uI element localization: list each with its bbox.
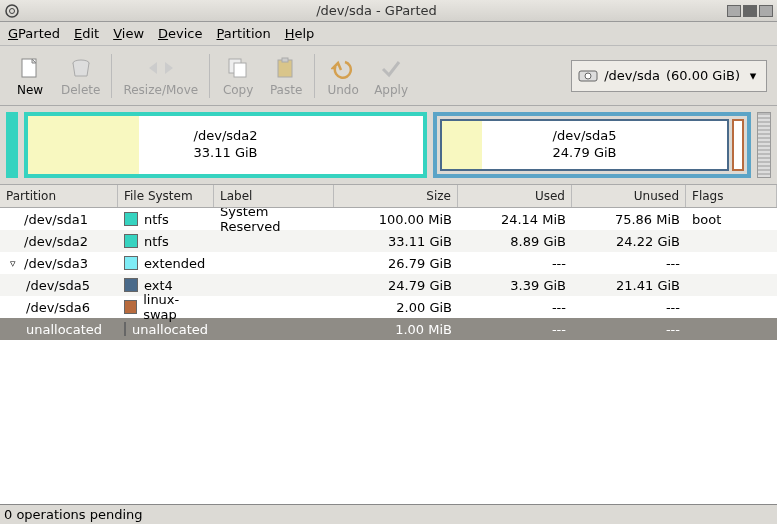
col-size[interactable]: Size <box>334 185 458 207</box>
table-row[interactable]: /dev/sda6linux-swap2.00 GiB------ <box>0 296 777 318</box>
cell-used: 8.89 GiB <box>458 234 572 249</box>
cell-unused: 24.22 GiB <box>572 234 686 249</box>
cell-unused: 75.86 MiB <box>572 212 686 227</box>
vis-extended[interactable]: /dev/sda5 24.79 GiB <box>433 112 751 178</box>
apply-button[interactable]: Apply <box>367 50 415 102</box>
menu-help[interactable]: Help <box>285 26 315 41</box>
copy-button[interactable]: Copy <box>214 50 262 102</box>
titlebar: /dev/sda - GParted <box>0 0 777 22</box>
cell-size: 24.79 GiB <box>334 278 458 293</box>
svg-point-9 <box>585 73 591 79</box>
cell-partition: /dev/sda5 <box>0 278 118 293</box>
cell-size: 26.79 GiB <box>334 256 458 271</box>
app-icon <box>4 3 20 19</box>
new-button[interactable]: New <box>6 50 54 102</box>
menubar: GParted Edit View Device Partition Help <box>0 22 777 46</box>
scrollbar[interactable] <box>757 112 771 178</box>
cell-used: --- <box>458 322 572 337</box>
menu-partition[interactable]: Partition <box>217 26 271 41</box>
table-row[interactable]: unallocatedunallocated1.00 MiB------ <box>0 318 777 340</box>
svg-rect-7 <box>282 58 288 62</box>
expander-icon[interactable]: ▿ <box>10 257 20 270</box>
fs-swatch <box>124 256 138 270</box>
menu-view[interactable]: View <box>113 26 144 41</box>
new-icon <box>16 55 44 81</box>
maximize-button[interactable] <box>743 5 757 17</box>
copy-icon <box>224 55 252 81</box>
svg-point-1 <box>10 8 15 13</box>
vis-p1-name: /dev/sda2 <box>194 128 258 145</box>
partition-visual: /dev/sda2 33.11 GiB /dev/sda5 24.79 GiB <box>0 106 777 184</box>
vis-p1-size: 33.11 GiB <box>194 145 258 162</box>
cell-used: --- <box>458 256 572 271</box>
cell-unused: --- <box>572 256 686 271</box>
cell-unused: --- <box>572 322 686 337</box>
window-title: /dev/sda - GParted <box>26 3 727 18</box>
cell-size: 100.00 MiB <box>334 212 458 227</box>
window-buttons <box>727 5 773 17</box>
cell-partition: unallocated <box>0 322 118 337</box>
fs-swatch <box>124 234 138 248</box>
status-bar: 0 operations pending <box>0 504 777 524</box>
undo-icon <box>329 55 357 81</box>
cell-filesystem: ntfs <box>118 234 214 249</box>
chevron-down-icon: ▾ <box>746 68 760 83</box>
device-name: /dev/sda <box>604 68 660 83</box>
fs-swatch <box>124 212 138 226</box>
cell-filesystem: ntfs <box>118 212 214 227</box>
cell-partition: /dev/sda2 <box>0 234 118 249</box>
table-header: Partition File System Label Size Used Un… <box>0 184 777 208</box>
cell-used: --- <box>458 300 572 315</box>
cell-filesystem: unallocated <box>118 322 214 337</box>
vis-sda2[interactable]: /dev/sda2 33.11 GiB <box>24 112 427 178</box>
paste-icon <box>272 55 300 81</box>
separator <box>314 54 315 98</box>
disk-icon <box>578 68 598 84</box>
table-row[interactable]: /dev/sda5ext424.79 GiB3.39 GiB21.41 GiB <box>0 274 777 296</box>
undo-button[interactable]: Undo <box>319 50 367 102</box>
svg-rect-6 <box>278 60 292 77</box>
fs-swatch <box>124 278 138 292</box>
resize-icon <box>147 55 175 81</box>
cell-flags: boot <box>686 212 777 227</box>
vis-p2-size: 24.79 GiB <box>553 145 617 162</box>
cell-filesystem: ext4 <box>118 278 214 293</box>
partition-table: /dev/sda1ntfsSystem Reserved100.00 MiB24… <box>0 208 777 504</box>
vis-p2-name: /dev/sda5 <box>553 128 617 145</box>
col-filesystem[interactable]: File System <box>118 185 214 207</box>
cell-partition: /dev/sda6 <box>0 300 118 315</box>
col-unused[interactable]: Unused <box>572 185 686 207</box>
col-partition[interactable]: Partition <box>0 185 118 207</box>
device-selector[interactable]: /dev/sda (60.00 GiB) ▾ <box>571 60 767 92</box>
table-row[interactable]: /dev/sda1ntfsSystem Reserved100.00 MiB24… <box>0 208 777 230</box>
close-button[interactable] <box>759 5 773 17</box>
resize-button[interactable]: Resize/Move <box>116 50 205 102</box>
vis-sda1[interactable] <box>6 112 18 178</box>
col-flags[interactable]: Flags <box>686 185 777 207</box>
cell-partition: ▿/dev/sda3 <box>0 256 118 271</box>
cell-partition: /dev/sda1 <box>0 212 118 227</box>
fs-swatch <box>124 322 126 336</box>
menu-edit[interactable]: Edit <box>74 26 99 41</box>
table-row[interactable]: /dev/sda2ntfs33.11 GiB8.89 GiB24.22 GiB <box>0 230 777 252</box>
cell-used: 24.14 MiB <box>458 212 572 227</box>
delete-button[interactable]: Delete <box>54 50 107 102</box>
table-row[interactable]: ▿/dev/sda3extended26.79 GiB------ <box>0 252 777 274</box>
menu-device[interactable]: Device <box>158 26 202 41</box>
cell-used: 3.39 GiB <box>458 278 572 293</box>
cell-unused: --- <box>572 300 686 315</box>
cell-filesystem: linux-swap <box>118 292 214 322</box>
svg-point-0 <box>6 5 18 17</box>
vis-sda5[interactable]: /dev/sda5 24.79 GiB <box>440 119 729 171</box>
cell-unused: 21.41 GiB <box>572 278 686 293</box>
paste-button[interactable]: Paste <box>262 50 310 102</box>
separator <box>209 54 210 98</box>
vis-sda6[interactable] <box>732 119 744 171</box>
col-used[interactable]: Used <box>458 185 572 207</box>
cell-filesystem: extended <box>118 256 214 271</box>
minimize-button[interactable] <box>727 5 741 17</box>
menu-gparted[interactable]: GParted <box>8 26 60 41</box>
cell-size: 1.00 MiB <box>334 322 458 337</box>
col-label[interactable]: Label <box>214 185 334 207</box>
svg-rect-5 <box>234 63 246 77</box>
